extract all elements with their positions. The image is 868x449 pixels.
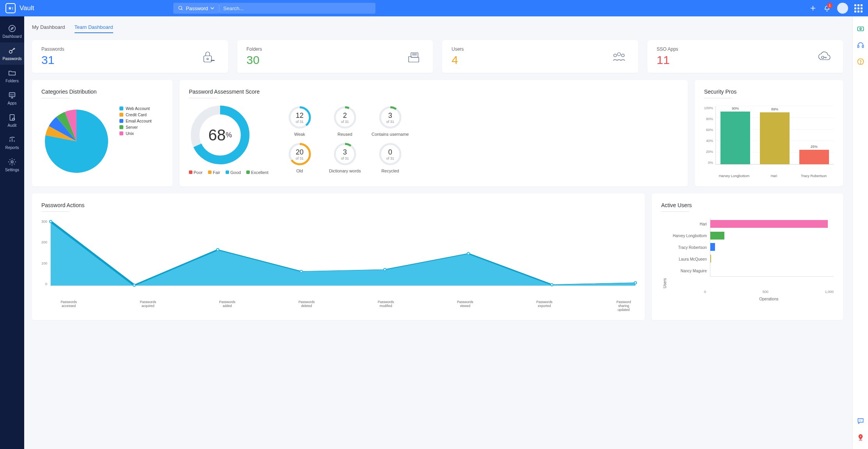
card-title: Categories Distribution	[41, 89, 163, 98]
add-button[interactable]	[809, 4, 817, 12]
hbar[interactable]	[710, 220, 828, 228]
svg-text:SSO: SSO	[10, 94, 14, 96]
sidenav-passwords[interactable]: Passwords	[0, 43, 24, 65]
sidenav-reports[interactable]: Reports	[0, 131, 24, 154]
sidenav: Dashboard Passwords Folders SSOApps Audi…	[0, 16, 24, 449]
key-icon	[8, 46, 16, 55]
top-right-actions: 1	[809, 3, 863, 14]
svg-marker-5	[11, 27, 13, 30]
stat-passwords[interactable]: Passwords31	[32, 40, 228, 73]
payment-icon[interactable]	[857, 25, 864, 33]
sidenav-audit[interactable]: Audit	[0, 109, 24, 131]
sidenav-folders[interactable]: Folders	[0, 65, 24, 87]
stat-folders[interactable]: Folders30	[237, 40, 433, 73]
search-icon	[178, 5, 183, 11]
app-switcher-button[interactable]	[854, 4, 863, 12]
notifications-button[interactable]: 1	[823, 4, 831, 12]
folder-stack-icon	[404, 49, 423, 64]
assessment-metrics: 12of 31Weak2of 31Reused3of 31Contains us…	[280, 105, 410, 173]
sidenav-dashboard[interactable]: Dashboard	[0, 20, 24, 43]
svg-rect-48	[857, 46, 859, 48]
topbar: ★ı Vault Password 1	[0, 0, 868, 16]
data-point[interactable]	[300, 270, 303, 273]
bar[interactable]: 90%	[720, 106, 751, 164]
hbar[interactable]	[710, 232, 724, 240]
hbar[interactable]	[710, 243, 715, 251]
data-point[interactable]	[467, 252, 470, 255]
active-users-bars	[710, 218, 834, 277]
data-point[interactable]	[216, 248, 219, 251]
metric-weak[interactable]: 12of 31Weak	[280, 105, 319, 137]
stat-sso[interactable]: SSO Apps11	[647, 40, 843, 73]
tab-team-dashboard[interactable]: Team Dashboard	[75, 24, 113, 33]
card-title: Security Pros	[704, 89, 834, 98]
svg-rect-46	[857, 27, 863, 31]
svg-point-51	[860, 63, 861, 64]
chevron-down-icon	[210, 6, 214, 10]
metric-reused[interactable]: 2of 31Reused	[326, 105, 365, 137]
sidenav-settings[interactable]: Settings	[0, 154, 24, 176]
hbar[interactable]	[710, 255, 711, 263]
legend-item: Excellent	[246, 170, 269, 175]
metric-old[interactable]: 20of 31Old	[280, 142, 319, 173]
categories-pie-chart	[41, 106, 112, 176]
svg-rect-17	[204, 56, 212, 62]
tab-my-dashboard[interactable]: My Dashboard	[32, 24, 65, 33]
svg-point-27	[614, 54, 616, 57]
assessment-legend: PoorFairGoodExcellent	[189, 170, 269, 175]
card-title: Password Assessment Score	[189, 89, 678, 98]
card-categories: Categories Distribution Web AccountCredi…	[32, 80, 173, 186]
search-input[interactable]	[219, 3, 375, 14]
legend-item: Email Account	[119, 119, 152, 123]
main-content: My Dashboard Team Dashboard Passwords31 …	[24, 16, 852, 449]
legend-item: Web Account	[119, 106, 152, 111]
data-point[interactable]	[634, 281, 637, 284]
search-wrap: Password	[173, 3, 375, 14]
svg-point-22	[213, 60, 214, 61]
svg-point-55	[859, 440, 862, 441]
data-point[interactable]	[133, 284, 136, 287]
clipboard-icon	[8, 113, 16, 122]
metric-dictionary words[interactable]: 3of 31Dictionary words	[326, 142, 365, 173]
help-icon[interactable]	[857, 58, 864, 66]
card-title: Password Actions	[41, 202, 635, 212]
card-password-actions: Password Actions 3002001000 Passwordsacc…	[32, 193, 645, 320]
bar[interactable]: 25%	[799, 145, 830, 165]
legend-item: Credit Card	[119, 112, 152, 117]
svg-point-28	[621, 54, 624, 57]
location-icon[interactable]	[857, 433, 864, 441]
compass-icon	[8, 24, 16, 33]
bar[interactable]: 89%	[759, 107, 790, 165]
data-point[interactable]	[550, 283, 553, 286]
data-point[interactable]	[49, 220, 52, 223]
card-title: Active Users	[661, 202, 834, 212]
pros-bars: 90%89%25%	[715, 106, 834, 165]
profile-avatar[interactable]	[837, 3, 848, 14]
pros-x-labels: Harvey LongbottomHariTracy Robertson	[714, 174, 834, 178]
score-donut: 68%	[189, 104, 251, 166]
actions-y-axis: 3002001000	[41, 220, 50, 286]
notification-badge: 1	[827, 3, 832, 8]
metric-recycled[interactable]: 0of 31Recycled	[371, 142, 410, 173]
sidenav-apps[interactable]: SSOApps	[0, 87, 24, 109]
legend-item: Server	[119, 125, 152, 130]
card-security-pros: Security Pros 100%80%60%40%20%0% 90%89%2…	[695, 80, 843, 186]
svg-point-21	[212, 60, 213, 61]
search-category-dropdown[interactable]: Password	[173, 3, 219, 14]
headset-icon[interactable]	[857, 41, 864, 49]
legend-item: Fair	[208, 170, 220, 175]
svg-point-18	[207, 58, 208, 60]
metric-contains username[interactable]: 3of 31Contains username	[371, 105, 410, 137]
data-point[interactable]	[383, 268, 386, 271]
card-assessment: Password Assessment Score 68% PoorFairGo…	[180, 80, 688, 186]
dashboard-tabs: My Dashboard Team Dashboard	[32, 24, 843, 33]
active-users-y-labels: HariHarvey LongbottomTracy RobertsonLaur…	[667, 218, 710, 277]
x-axis-label: Operations	[704, 297, 834, 301]
brand: ★ı Vault	[5, 3, 173, 13]
svg-rect-11	[10, 115, 14, 121]
svg-point-16	[11, 161, 13, 163]
stat-users[interactable]: Users4	[442, 40, 638, 73]
users-icon	[609, 49, 629, 64]
pros-y-axis: 100%80%60%40%20%0%	[704, 106, 715, 165]
chat-icon[interactable]	[857, 417, 864, 425]
